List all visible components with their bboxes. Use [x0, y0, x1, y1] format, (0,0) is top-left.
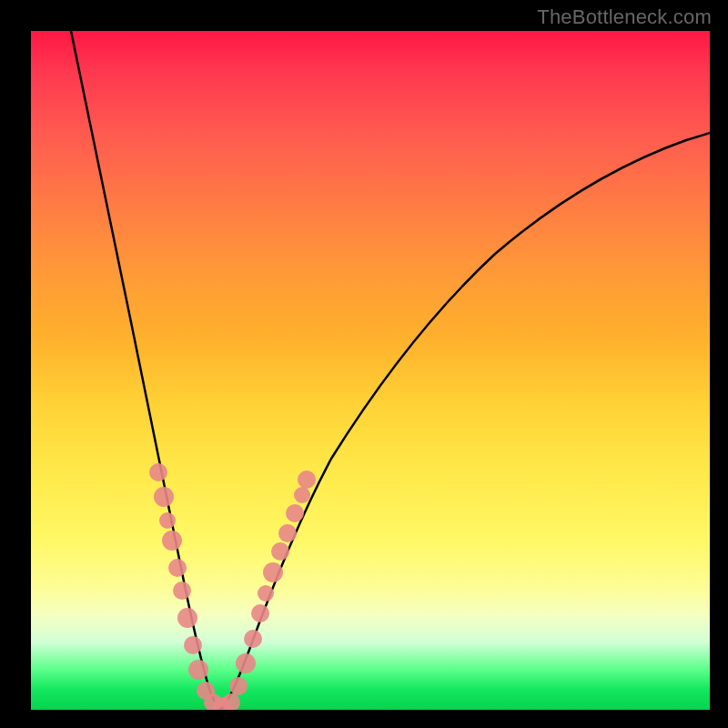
watermark-text: TheBottleneck.com: [537, 5, 712, 29]
gradient-plot-area: [31, 31, 710, 710]
